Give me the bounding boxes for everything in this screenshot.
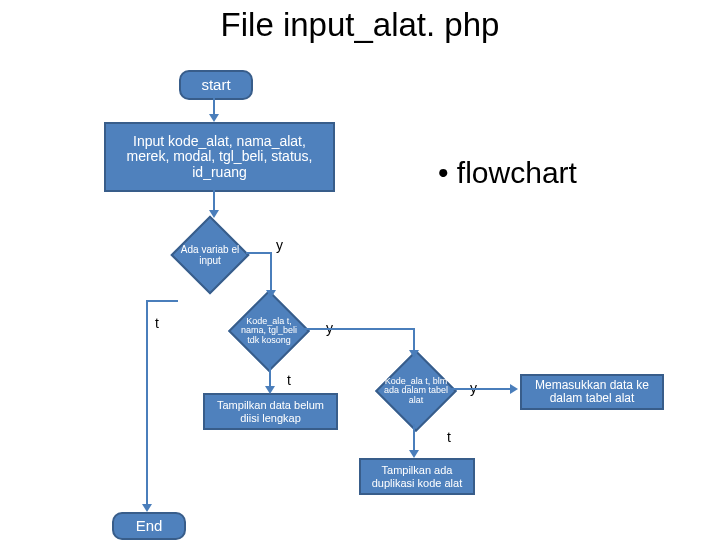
decision-1-label: Ada variab el input [179, 245, 241, 266]
arrowhead-down [209, 114, 219, 122]
arrowhead-down [142, 504, 152, 512]
branch-label-t1: t [155, 315, 159, 331]
start-node: start [179, 70, 253, 100]
branch-label-t3: t [447, 429, 451, 445]
branch-label-t2: t [287, 372, 291, 388]
arrow [450, 388, 512, 390]
arrowhead-down [209, 210, 219, 218]
arrow [146, 300, 148, 506]
arrow [146, 300, 178, 302]
msg-dup-line2: duplikasi kode alat [372, 477, 463, 489]
process-insert: Memasukkan data ke dalam tabel alat [520, 374, 664, 410]
arrowhead-down [409, 450, 419, 458]
arrow [413, 328, 415, 352]
decision-2-label: Kode_ala t, nama, tgl_beli tdk kosong [236, 317, 302, 345]
decision-kode-belum-ada: Kode_ala t, blm ada dalam tabel alat [375, 350, 457, 432]
msg-incomplete-line1: Tampilkan data belum [217, 399, 324, 411]
decision-ada-variabel-input: Ada variab el input [170, 215, 249, 294]
decision-3-label: Kode_ala t, blm ada dalam tabel alat [383, 377, 449, 405]
arrowhead-right [510, 384, 518, 394]
msg-dup-line1: Tampilkan ada [382, 464, 453, 476]
process-duplikasi: Tampilkan ada duplikasi kode alat [359, 458, 475, 495]
arrow [413, 424, 415, 452]
arrow [303, 328, 415, 330]
arrowhead-down [266, 290, 276, 298]
page-title: File input_alat. php [0, 6, 720, 44]
input-box: Input kode_alat, nama_alat, merek, modal… [104, 122, 335, 192]
msg-incomplete-line2: diisi lengkap [240, 412, 301, 424]
arrowhead-down [265, 386, 275, 394]
end-node: End [112, 512, 186, 540]
arrow [269, 364, 271, 388]
process-data-belum-lengkap: Tampilkan data belum diisi lengkap [203, 393, 338, 430]
arrowhead-down [409, 350, 419, 358]
branch-label-y1: y [276, 237, 283, 253]
arrow [246, 252, 272, 254]
decision-kode-nama-tgl: Kode_ala t, nama, tgl_beli tdk kosong [228, 290, 310, 372]
flowchart-bullet: flowchart [438, 156, 577, 190]
arrow [270, 252, 272, 292]
msg-insert-line2: dalam tabel alat [550, 392, 635, 405]
